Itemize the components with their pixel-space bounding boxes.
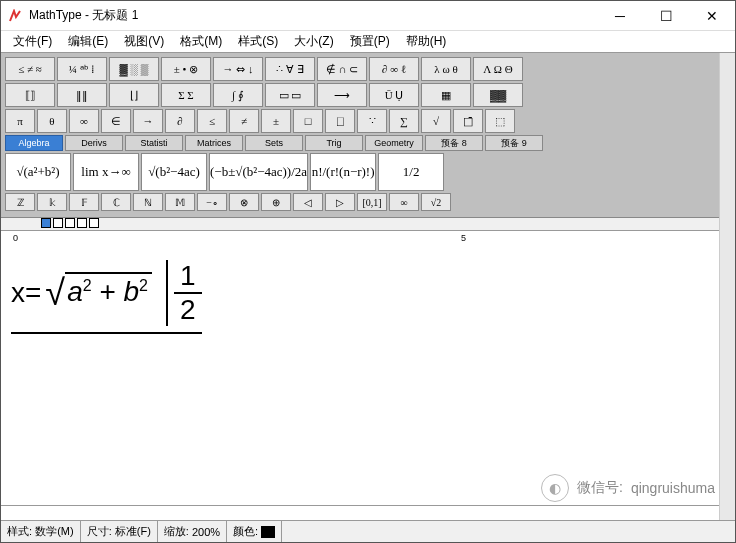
equation-template-button[interactable]: lim x→∞ [73, 153, 139, 191]
category-tab[interactable]: Sets [245, 135, 303, 151]
symbol-button[interactable]: ◁ [293, 193, 323, 211]
maximize-button[interactable]: ☐ [643, 1, 689, 31]
fraction: 1 2 [166, 260, 202, 326]
symbol-palette-button[interactable]: ∉ ∩ ⊂ [317, 57, 367, 81]
vertical-scrollbar[interactable] [719, 53, 735, 520]
template-palette-button[interactable]: ▭ ▭ [265, 83, 315, 107]
status-color[interactable]: 颜色: [227, 521, 282, 542]
symbol-button[interactable]: ▷ [325, 193, 355, 211]
symbol-button[interactable]: 𝕜 [37, 193, 67, 211]
symbol-button[interactable]: ℤ [5, 193, 35, 211]
toolbar-area: ≤ ≠ ≈¼ ᵃᵇ ⁞▓ ░ ▒± • ⊗→ ⇔ ↓∴ ∀ ∃∉ ∩ ⊂∂ ∞ … [1, 53, 735, 218]
category-tab[interactable]: Algebra [5, 135, 63, 151]
symbol-button[interactable]: √ [421, 109, 451, 133]
tab-stop-marker[interactable] [65, 218, 75, 228]
category-tab[interactable]: Statisti [125, 135, 183, 151]
symbol-button[interactable]: □̄ [453, 109, 483, 133]
equation-template-button[interactable]: √(b²−4ac) [141, 153, 207, 191]
symbol-palette-button[interactable]: ± • ⊗ [161, 57, 211, 81]
menu-format[interactable]: 格式(M) [172, 31, 230, 52]
color-swatch-icon [261, 526, 275, 538]
equation-template-button[interactable]: 1/2 [378, 153, 444, 191]
template-palette-button[interactable]: ∫ ∮ [213, 83, 263, 107]
symbol-button[interactable]: → [133, 109, 163, 133]
symbol-palette-button[interactable]: λ ω θ [421, 57, 471, 81]
menu-style[interactable]: 样式(S) [230, 31, 286, 52]
template-palette-button[interactable]: Ū Ụ [369, 83, 419, 107]
equation[interactable]: x= √ a2 + b2 1 2 [11, 260, 202, 334]
symbol-palette-button[interactable]: → ⇔ ↓ [213, 57, 263, 81]
template-row: √(a²+b²)lim x→∞√(b²−4ac)(−b±√(b²−4ac))/2… [5, 153, 731, 191]
menu-help[interactable]: 帮助(H) [398, 31, 455, 52]
category-tab[interactable]: Geometry [365, 135, 423, 151]
symbol-button[interactable]: ∑ [389, 109, 419, 133]
template-palette-button[interactable]: ⟶ [317, 83, 367, 107]
ruler-label: 0 [13, 233, 18, 243]
symbol-button[interactable]: 𝔽 [69, 193, 99, 211]
tab-stop-marker[interactable] [53, 218, 63, 228]
template-palette-button[interactable]: ⌊⌋ [109, 83, 159, 107]
tab-row: AlgebraDerivsStatistiMatricesSetsTrigGeo… [5, 135, 731, 151]
category-tab[interactable]: Trig [305, 135, 363, 151]
symbol-button[interactable]: ∞ [389, 193, 419, 211]
close-button[interactable]: ✕ [689, 1, 735, 31]
symbol-button[interactable]: ≠ [229, 109, 259, 133]
radical-icon: √ [45, 272, 65, 314]
template-palette-button[interactable]: ▦ [421, 83, 471, 107]
tab-stop-marker[interactable] [41, 218, 51, 228]
equation-editor[interactable]: x= √ a2 + b2 1 2 [1, 246, 735, 506]
symbol-button[interactable]: √2 [421, 193, 451, 211]
symbol-button[interactable]: ∈ [101, 109, 131, 133]
status-zoom[interactable]: 缩放: 200% [158, 521, 227, 542]
symbol-palette-button[interactable]: ¼ ᵃᵇ ⁞ [57, 57, 107, 81]
symbol-button[interactable]: ℂ [101, 193, 131, 211]
symbol-palette-button[interactable]: ▓ ░ ▒ [109, 57, 159, 81]
symbol-button[interactable]: π [5, 109, 35, 133]
status-style[interactable]: 样式: 数学(M) [1, 521, 81, 542]
symbol-button[interactable]: θ [37, 109, 67, 133]
menu-size[interactable]: 大小(Z) [286, 31, 341, 52]
template-palette-button[interactable]: Σ Σ [161, 83, 211, 107]
symbol-palette-button[interactable]: Λ Ω Θ [473, 57, 523, 81]
symbol-button[interactable]: ∞ [69, 109, 99, 133]
symbol-button[interactable]: ± [261, 109, 291, 133]
menu-edit[interactable]: 编辑(E) [60, 31, 116, 52]
category-tab[interactable]: 预备 9 [485, 135, 543, 151]
minimize-button[interactable]: ─ [597, 1, 643, 31]
menu-file[interactable]: 文件(F) [5, 31, 60, 52]
symbol-button[interactable]: 𝕄 [165, 193, 195, 211]
status-size[interactable]: 尺寸: 标准(F) [81, 521, 158, 542]
category-tab[interactable]: Derivs [65, 135, 123, 151]
symbol-button[interactable]: ⎕ [325, 109, 355, 133]
equation-template-button[interactable]: √(a²+b²) [5, 153, 71, 191]
symbol-button[interactable]: ∵ [357, 109, 387, 133]
symbol-button[interactable]: ≤ [197, 109, 227, 133]
symbol-button[interactable]: [0,1] [357, 193, 387, 211]
menu-preset[interactable]: 预置(P) [342, 31, 398, 52]
symbol-button[interactable]: ⊕ [261, 193, 291, 211]
category-tab[interactable]: Matrices [185, 135, 243, 151]
horizontal-ruler[interactable]: 0 5 [1, 230, 735, 246]
symbol-button[interactable]: ∂ [165, 109, 195, 133]
symbol-palette-button[interactable]: ∂ ∞ ℓ [369, 57, 419, 81]
symbol-button[interactable]: ⬚ [485, 109, 515, 133]
symbol-row-3: πθ∞∈→∂≤≠±□⎕∵∑√□̄⬚ [5, 109, 731, 133]
equation-template-button[interactable]: n!/(r!(n−r)!) [310, 153, 376, 191]
template-palette-button[interactable]: ▓▓ [473, 83, 523, 107]
symbol-button[interactable]: −∘ [197, 193, 227, 211]
tab-stop-marker[interactable] [89, 218, 99, 228]
symbol-button[interactable]: □ [293, 109, 323, 133]
symbol-palette-button[interactable]: ∴ ∀ ∃ [265, 57, 315, 81]
window-controls: ─ ☐ ✕ [597, 1, 735, 31]
equation-template-button[interactable]: (−b±√(b²−4ac))/2a [209, 153, 308, 191]
category-tab[interactable]: 预备 8 [425, 135, 483, 151]
template-palette-button[interactable]: ‖‖ [57, 83, 107, 107]
menu-view[interactable]: 视图(V) [116, 31, 172, 52]
template-palette-button[interactable]: ⟦⟧ [5, 83, 55, 107]
tab-stop-marker[interactable] [77, 218, 87, 228]
symbol-button[interactable]: ℕ [133, 193, 163, 211]
symbol-palette-button[interactable]: ≤ ≠ ≈ [5, 57, 55, 81]
symbol-button[interactable]: ⊗ [229, 193, 259, 211]
plus-sign: + [99, 276, 123, 307]
fraction-denominator: 2 [174, 294, 202, 326]
